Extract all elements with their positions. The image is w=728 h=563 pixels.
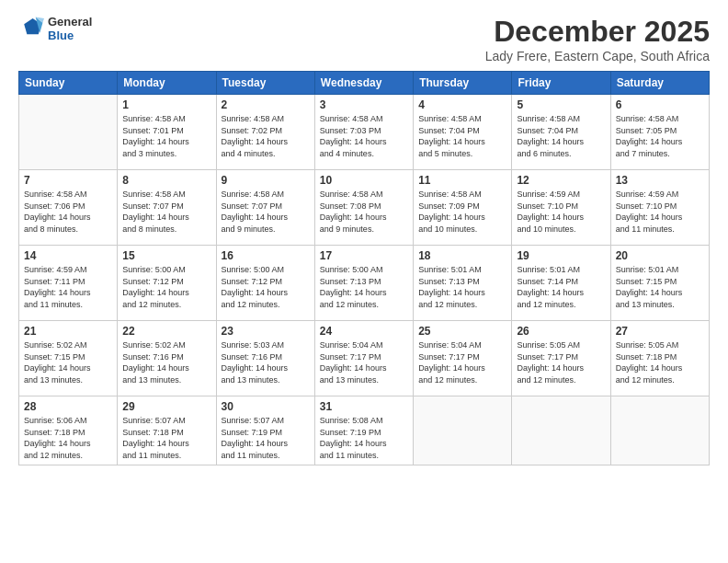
day-info: Sunrise: 4:58 AM Sunset: 7:06 PM Dayligh… (24, 189, 112, 235)
logo: General Blue (18, 15, 92, 42)
day-number: 26 (517, 325, 605, 338)
day-number: 19 (517, 249, 605, 262)
day-of-week-header: Tuesday (216, 72, 314, 95)
calendar-week-row: 1Sunrise: 4:58 AM Sunset: 7:01 PM Daylig… (19, 95, 710, 170)
calendar-cell: 18Sunrise: 5:01 AM Sunset: 7:13 PM Dayli… (414, 246, 512, 321)
calendar-cell: 8Sunrise: 4:58 AM Sunset: 7:07 PM Daylig… (118, 170, 216, 246)
day-number: 3 (320, 98, 408, 111)
day-number: 6 (616, 98, 704, 111)
day-info: Sunrise: 4:59 AM Sunset: 7:10 PM Dayligh… (616, 189, 704, 235)
day-number: 22 (122, 325, 210, 338)
header: General Blue December 2025 Lady Frere, E… (18, 15, 710, 63)
calendar-week-row: 28Sunrise: 5:06 AM Sunset: 7:18 PM Dayli… (19, 396, 710, 465)
day-info: Sunrise: 4:58 AM Sunset: 7:04 PM Dayligh… (418, 113, 506, 159)
calendar-week-row: 7Sunrise: 4:58 AM Sunset: 7:06 PM Daylig… (19, 170, 710, 246)
calendar: SundayMondayTuesdayWednesdayThursdayFrid… (18, 71, 710, 465)
day-info: Sunrise: 5:00 AM Sunset: 7:12 PM Dayligh… (222, 264, 310, 310)
day-info: Sunrise: 5:02 AM Sunset: 7:15 PM Dayligh… (24, 339, 112, 385)
calendar-cell: 10Sunrise: 4:58 AM Sunset: 7:08 PM Dayli… (314, 170, 413, 246)
day-number: 17 (320, 249, 408, 262)
day-of-week-header: Wednesday (314, 72, 413, 95)
calendar-cell: 13Sunrise: 4:59 AM Sunset: 7:10 PM Dayli… (610, 170, 709, 246)
calendar-cell: 19Sunrise: 5:01 AM Sunset: 7:14 PM Dayli… (512, 246, 610, 321)
title-block: December 2025 Lady Frere, Eastern Cape, … (485, 15, 710, 63)
day-of-week-header: Sunday (19, 72, 118, 95)
day-info: Sunrise: 5:07 AM Sunset: 7:19 PM Dayligh… (222, 415, 310, 461)
day-info: Sunrise: 4:58 AM Sunset: 7:01 PM Dayligh… (122, 113, 210, 159)
day-number: 30 (222, 400, 310, 413)
day-info: Sunrise: 4:58 AM Sunset: 7:02 PM Dayligh… (222, 113, 310, 159)
day-number: 25 (418, 325, 506, 338)
calendar-cell: 24Sunrise: 5:04 AM Sunset: 7:17 PM Dayli… (314, 321, 413, 396)
calendar-cell (19, 95, 118, 170)
calendar-cell: 5Sunrise: 4:58 AM Sunset: 7:04 PM Daylig… (512, 95, 610, 170)
day-number: 9 (222, 174, 310, 187)
calendar-cell: 14Sunrise: 4:59 AM Sunset: 7:11 PM Dayli… (19, 246, 118, 321)
day-number: 23 (222, 325, 310, 338)
day-number: 11 (418, 174, 506, 187)
calendar-cell: 23Sunrise: 5:03 AM Sunset: 7:16 PM Dayli… (216, 321, 314, 396)
calendar-cell: 31Sunrise: 5:08 AM Sunset: 7:19 PM Dayli… (314, 396, 413, 465)
day-info: Sunrise: 4:58 AM Sunset: 7:04 PM Dayligh… (517, 113, 605, 159)
day-info: Sunrise: 5:04 AM Sunset: 7:17 PM Dayligh… (418, 339, 506, 385)
day-info: Sunrise: 5:01 AM Sunset: 7:13 PM Dayligh… (418, 264, 506, 310)
day-info: Sunrise: 4:58 AM Sunset: 7:07 PM Dayligh… (122, 189, 210, 235)
calendar-cell: 12Sunrise: 4:59 AM Sunset: 7:10 PM Dayli… (512, 170, 610, 246)
calendar-cell: 21Sunrise: 5:02 AM Sunset: 7:15 PM Dayli… (19, 321, 118, 396)
calendar-week-row: 21Sunrise: 5:02 AM Sunset: 7:15 PM Dayli… (19, 321, 710, 396)
calendar-cell: 2Sunrise: 4:58 AM Sunset: 7:02 PM Daylig… (216, 95, 314, 170)
day-info: Sunrise: 4:58 AM Sunset: 7:08 PM Dayligh… (320, 189, 408, 235)
day-number: 8 (122, 174, 210, 187)
logo-icon (18, 16, 44, 41)
day-number: 4 (418, 98, 506, 111)
day-info: Sunrise: 5:04 AM Sunset: 7:17 PM Dayligh… (320, 339, 408, 385)
day-info: Sunrise: 4:59 AM Sunset: 7:11 PM Dayligh… (24, 264, 112, 310)
day-of-week-header: Thursday (414, 72, 512, 95)
day-number: 27 (616, 325, 704, 338)
day-info: Sunrise: 5:01 AM Sunset: 7:14 PM Dayligh… (517, 264, 605, 310)
day-number: 31 (320, 400, 408, 413)
calendar-cell (414, 396, 512, 465)
calendar-cell: 6Sunrise: 4:58 AM Sunset: 7:05 PM Daylig… (610, 95, 709, 170)
day-info: Sunrise: 4:58 AM Sunset: 7:05 PM Dayligh… (616, 113, 704, 159)
day-number: 24 (320, 325, 408, 338)
day-number: 18 (418, 249, 506, 262)
day-info: Sunrise: 5:01 AM Sunset: 7:15 PM Dayligh… (616, 264, 704, 310)
calendar-header-row: SundayMondayTuesdayWednesdayThursdayFrid… (19, 72, 710, 95)
calendar-cell: 4Sunrise: 4:58 AM Sunset: 7:04 PM Daylig… (414, 95, 512, 170)
calendar-cell: 1Sunrise: 4:58 AM Sunset: 7:01 PM Daylig… (118, 95, 216, 170)
day-number: 14 (24, 249, 112, 262)
day-of-week-header: Monday (118, 72, 216, 95)
calendar-cell: 3Sunrise: 4:58 AM Sunset: 7:03 PM Daylig… (314, 95, 413, 170)
day-info: Sunrise: 5:00 AM Sunset: 7:12 PM Dayligh… (122, 264, 210, 310)
day-number: 2 (222, 98, 310, 111)
calendar-cell: 15Sunrise: 5:00 AM Sunset: 7:12 PM Dayli… (118, 246, 216, 321)
day-info: Sunrise: 4:58 AM Sunset: 7:03 PM Dayligh… (320, 113, 408, 159)
day-of-week-header: Friday (512, 72, 610, 95)
day-of-week-header: Saturday (610, 72, 709, 95)
day-number: 21 (24, 325, 112, 338)
day-number: 7 (24, 174, 112, 187)
calendar-cell: 27Sunrise: 5:05 AM Sunset: 7:18 PM Dayli… (610, 321, 709, 396)
day-number: 13 (616, 174, 704, 187)
day-number: 29 (122, 400, 210, 413)
day-info: Sunrise: 5:07 AM Sunset: 7:18 PM Dayligh… (122, 415, 210, 461)
day-number: 12 (517, 174, 605, 187)
calendar-cell: 22Sunrise: 5:02 AM Sunset: 7:16 PM Dayli… (118, 321, 216, 396)
day-info: Sunrise: 5:05 AM Sunset: 7:18 PM Dayligh… (616, 339, 704, 385)
day-info: Sunrise: 5:00 AM Sunset: 7:13 PM Dayligh… (320, 264, 408, 310)
calendar-cell: 17Sunrise: 5:00 AM Sunset: 7:13 PM Dayli… (314, 246, 413, 321)
calendar-week-row: 14Sunrise: 4:59 AM Sunset: 7:11 PM Dayli… (19, 246, 710, 321)
day-info: Sunrise: 5:06 AM Sunset: 7:18 PM Dayligh… (24, 415, 112, 461)
calendar-cell: 20Sunrise: 5:01 AM Sunset: 7:15 PM Dayli… (610, 246, 709, 321)
day-info: Sunrise: 5:02 AM Sunset: 7:16 PM Dayligh… (122, 339, 210, 385)
day-number: 1 (122, 98, 210, 111)
day-number: 10 (320, 174, 408, 187)
day-number: 5 (517, 98, 605, 111)
day-info: Sunrise: 5:08 AM Sunset: 7:19 PM Dayligh… (320, 415, 408, 461)
calendar-cell: 29Sunrise: 5:07 AM Sunset: 7:18 PM Dayli… (118, 396, 216, 465)
day-number: 28 (24, 400, 112, 413)
calendar-cell: 30Sunrise: 5:07 AM Sunset: 7:19 PM Dayli… (216, 396, 314, 465)
calendar-cell: 16Sunrise: 5:00 AM Sunset: 7:12 PM Dayli… (216, 246, 314, 321)
calendar-cell: 25Sunrise: 5:04 AM Sunset: 7:17 PM Dayli… (414, 321, 512, 396)
